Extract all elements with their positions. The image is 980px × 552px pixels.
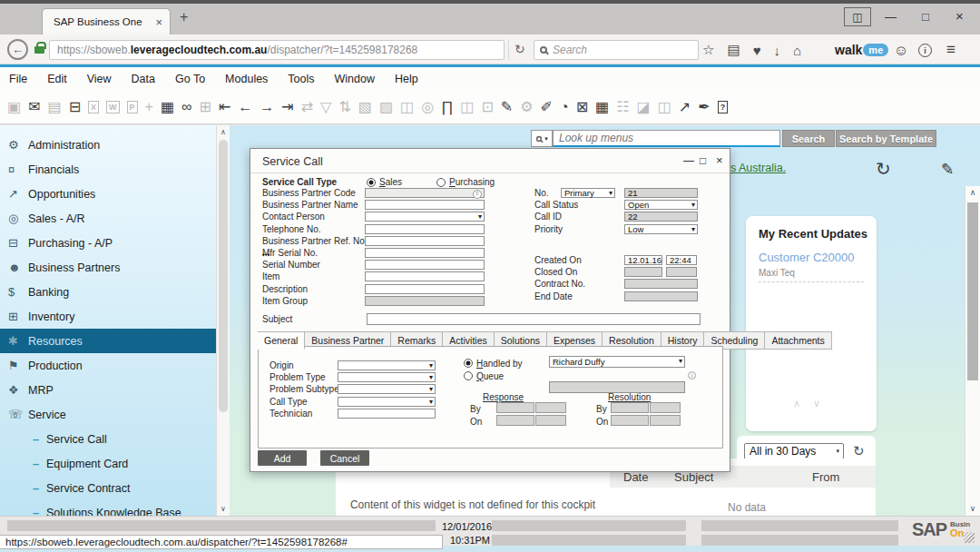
dialog-tab[interactable]: Attachments <box>765 331 831 350</box>
sidebar-item[interactable]: – Equipment Card <box>0 451 216 476</box>
sidebar-item[interactable]: ¤ Financials <box>0 157 216 182</box>
info-icon[interactable]: i <box>918 44 932 57</box>
handled-by-select[interactable]: Richard Duffy <box>549 356 685 368</box>
page-scrollbar[interactable]: ∧ ∨ <box>965 186 980 516</box>
field-input[interactable] <box>338 409 436 419</box>
toolbar-icon[interactable]: ∏ <box>441 100 453 114</box>
navbar-icon[interactable]: ☆ <box>702 42 714 58</box>
toolbar-icon[interactable]: ▧ <box>358 100 372 114</box>
sidebar-item[interactable]: ✱ Resources <box>0 329 216 353</box>
field-input[interactable] <box>365 224 485 234</box>
toolbar-icon[interactable]: → <box>260 100 274 114</box>
scroll-down-icon[interactable]: ∨ <box>965 504 980 513</box>
browser-search-input[interactable] <box>547 43 698 57</box>
toolbar-icon[interactable]: ✒ <box>698 100 710 114</box>
lookup-search-button[interactable]: ▾ <box>531 130 553 147</box>
messages-refresh-icon[interactable]: ↻ <box>853 443 865 459</box>
date-range-select[interactable]: All in 30 Days ▾ <box>744 443 844 459</box>
back-button[interactable]: ← <box>7 39 28 60</box>
menu-item[interactable]: Edit <box>47 73 67 85</box>
sidebar-item[interactable]: – Solutions Knowledge Base <box>0 500 216 516</box>
toolbar-icon[interactable]: ▦ <box>595 100 609 114</box>
scrollbar-thumb[interactable] <box>967 202 978 380</box>
toolbar-icon[interactable]: ↗ <box>679 100 691 114</box>
reload-icon[interactable]: ↻ <box>514 42 525 56</box>
queue-info-icon[interactable]: i <box>688 371 696 380</box>
browser-search-box[interactable] <box>534 40 699 60</box>
field-input[interactable] <box>338 397 436 407</box>
menu-item[interactable]: Modules <box>225 73 268 85</box>
no-type-select[interactable]: Primary <box>561 188 615 198</box>
handled-by-label[interactable]: Handled by <box>476 359 523 369</box>
menu-item[interactable]: Go To <box>175 73 205 85</box>
toolbar-icon[interactable]: ◪ <box>637 100 651 114</box>
created-date-field[interactable]: 12.01.16 <box>624 255 662 265</box>
toolbar-icon[interactable]: ⊟ <box>69 100 81 114</box>
field-input[interactable] <box>338 372 436 382</box>
column-from[interactable]: From <box>812 470 839 484</box>
sidebar-item[interactable]: ⊟ Purchasing - A/P <box>0 231 216 255</box>
walkme-logo[interactable]: walk me <box>835 43 888 57</box>
sidebar-item[interactable]: ☏ Service <box>0 402 216 427</box>
sidebar-item[interactable]: ⊞ Inventory <box>0 304 216 329</box>
scroll-up-icon[interactable]: ∧ <box>217 128 230 136</box>
menu-icon[interactable]: ≡ <box>946 41 956 59</box>
created-time-field[interactable]: 22:44 <box>666 255 697 265</box>
menu-item[interactable]: Help <box>395 73 418 85</box>
toolbar-icon[interactable]: ◔ <box>560 100 569 114</box>
toolbar-icon[interactable]: ▣ <box>7 100 21 114</box>
field-input[interactable] <box>365 188 485 198</box>
queue-label[interactable]: Queue <box>476 371 504 381</box>
sidebar-item[interactable]: ⚙ Administration <box>0 133 216 157</box>
dialog-close-icon[interactable]: × <box>716 153 723 167</box>
sidebar-item[interactable]: $ Banking <box>0 280 216 304</box>
cockpit-refresh-icon[interactable]: ↻ <box>876 158 891 180</box>
sidebar-item[interactable]: ❖ MRP <box>0 378 216 402</box>
menu-item[interactable]: Data <box>132 73 155 85</box>
toolbar-icon[interactable]: ⊡ <box>481 100 493 114</box>
sidebar-item[interactable]: ↗ Opportunities <box>0 182 216 206</box>
field-input[interactable] <box>338 360 436 370</box>
dialog-tab[interactable]: General <box>258 331 305 350</box>
purchasing-radio[interactable] <box>436 178 446 187</box>
toolbar-icon[interactable]: ⇄ <box>301 100 313 114</box>
toolbar-icon[interactable]: ∞ <box>181 100 191 114</box>
sidebar-item[interactable]: ⚑ Production <box>0 353 216 378</box>
menu-item[interactable]: File <box>9 73 27 85</box>
lookup-menus-input[interactable] <box>554 131 779 145</box>
tab-layout-icon[interactable]: ◫ <box>844 7 871 26</box>
subject-input[interactable] <box>367 313 701 325</box>
toolbar-icon[interactable]: P <box>127 101 138 113</box>
toolbar-icon[interactable]: + <box>145 100 153 114</box>
toolbar-icon[interactable]: ☷ <box>616 100 629 114</box>
sales-radio[interactable] <box>367 178 376 187</box>
toolbar-icon[interactable]: ✎ <box>501 100 513 114</box>
field-input[interactable] <box>365 296 485 306</box>
card-pager-icons[interactable]: ∧∨ <box>793 398 833 409</box>
sidebar-item[interactable]: – Service Call <box>0 427 216 451</box>
dialog-maximize-icon[interactable]: □ <box>700 154 706 167</box>
priority-select[interactable]: Low <box>624 224 698 234</box>
toolbar-icon[interactable]: ← <box>238 100 252 114</box>
chat-icon[interactable]: ☺ <box>894 43 908 59</box>
window-maximize-button[interactable]: □ <box>922 10 929 24</box>
search-button[interactable]: Search <box>782 130 835 147</box>
toolbar-icon[interactable]: ⚙ <box>520 100 533 114</box>
sidebar-item[interactable]: ◎ Sales - A/R <box>0 206 216 231</box>
toolbar-icon[interactable]: ✐ <box>541 100 553 114</box>
sidebar-scrollbar[interactable]: ∧ ∨ <box>216 125 230 516</box>
scrollbar-thumb[interactable] <box>219 140 228 412</box>
toolbar-icon[interactable]: ▤ <box>48 100 62 114</box>
menu-item[interactable]: View <box>87 73 112 85</box>
toolbar-icon[interactable]: ◫ <box>658 100 671 114</box>
scroll-down-icon[interactable]: ∨ <box>217 505 230 513</box>
browser-tab[interactable]: SAP Business One × <box>42 8 171 34</box>
sidebar-item[interactable]: ☻ Business Partners <box>0 255 216 280</box>
navbar-icon[interactable]: ▤ <box>727 42 740 58</box>
menu-item[interactable]: Tools <box>288 73 314 85</box>
toolbar-icon[interactable]: ◎ <box>421 100 434 114</box>
toolbar-icon[interactable]: ▽ <box>320 100 331 114</box>
field-input[interactable] <box>365 260 485 270</box>
toolbar-icon[interactable]: ⇥ <box>281 100 293 114</box>
menu-item[interactable]: Window <box>335 73 375 85</box>
